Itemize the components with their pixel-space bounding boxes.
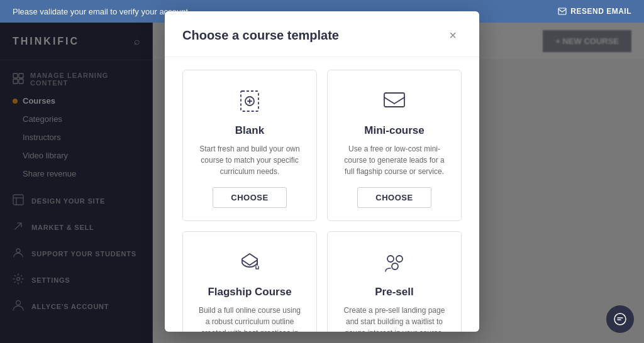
resend-email-button[interactable]: RESEND EMAIL xyxy=(558,7,631,16)
mini-course-template-name: Mini-course xyxy=(364,124,424,137)
svg-rect-0 xyxy=(558,8,566,14)
modal-close-button[interactable]: × xyxy=(444,26,462,44)
chat-bubble-button[interactable] xyxy=(606,305,634,333)
template-grid: Blank Start fresh and build your own cou… xyxy=(182,70,462,332)
template-card-mini-course: Mini-course Use a free or low-cost mini-… xyxy=(327,70,462,221)
svg-point-15 xyxy=(614,313,626,325)
svg-point-14 xyxy=(392,263,398,270)
template-card-pre-sell: Pre-sell Create a pre-sell landing page … xyxy=(327,231,462,332)
blank-template-icon xyxy=(236,85,264,117)
pre-sell-template-icon xyxy=(380,247,408,278)
course-template-modal: Choose a course template × Blank Start f… xyxy=(165,11,479,332)
flagship-template-icon xyxy=(236,247,264,278)
pre-sell-template-name: Pre-sell xyxy=(375,286,413,298)
blank-template-desc: Start fresh and build your own course to… xyxy=(196,143,304,177)
template-card-flagship: Flagship Course Build a full online cour… xyxy=(182,231,317,332)
template-card-blank: Blank Start fresh and build your own cou… xyxy=(182,70,317,221)
modal-body: Blank Start fresh and build your own cou… xyxy=(165,57,479,332)
choose-blank-button[interactable]: CHOOSE xyxy=(213,187,286,208)
notification-text: Please validate your email to verify you… xyxy=(13,7,188,16)
mini-course-template-icon xyxy=(380,85,408,117)
choose-mini-course-button[interactable]: CHOOSE xyxy=(357,187,431,208)
chat-icon xyxy=(613,312,627,326)
mini-course-template-desc: Use a free or low-cost mini-course to ge… xyxy=(340,143,448,177)
modal-title: Choose a course template xyxy=(182,28,339,43)
modal-header: Choose a course template × xyxy=(165,11,479,57)
svg-point-13 xyxy=(396,256,402,262)
flagship-template-name: Flagship Course xyxy=(208,286,291,298)
svg-point-12 xyxy=(387,256,394,262)
pre-sell-template-desc: Create a pre-sell landing page and start… xyxy=(340,305,448,332)
mail-icon xyxy=(558,8,567,15)
blank-template-name: Blank xyxy=(235,124,264,137)
flagship-template-desc: Build a full online course using a robus… xyxy=(196,305,304,332)
